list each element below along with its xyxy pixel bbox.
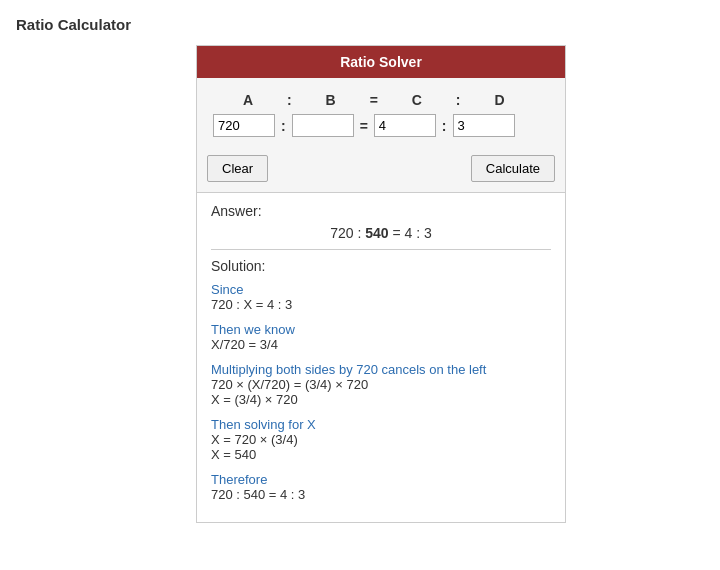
field-sep-colon-1: :: [281, 118, 286, 134]
clear-button[interactable]: Clear: [207, 155, 268, 182]
answer-section: Answer: 720 : 540 = 4 : 3 Solution: Sinc…: [197, 192, 565, 522]
input-d[interactable]: [453, 114, 515, 137]
sol-b4-dark-1: X = 720 × (3/4): [211, 432, 551, 447]
solution-block-2: Then we know X/720 = 3/4: [211, 322, 551, 352]
field-sep-equals: =: [360, 118, 368, 134]
solution-label: Solution:: [211, 258, 551, 274]
labels-row: A : B = C : D: [213, 92, 549, 108]
sep-equals: =: [370, 92, 378, 108]
sol-b2-blue: Then we know: [211, 322, 551, 337]
label-c: C: [386, 92, 448, 108]
answer-eq-part2: = 4 : 3: [389, 225, 432, 241]
label-b: B: [300, 92, 362, 108]
input-c[interactable]: [374, 114, 436, 137]
input-b[interactable]: [292, 114, 354, 137]
sol-b4-blue: Then solving for X: [211, 417, 551, 432]
solution-block-4: Then solving for X X = 720 × (3/4) X = 5…: [211, 417, 551, 462]
sol-b4-dark-2: X = 540: [211, 447, 551, 462]
sol-b3-dark-2: X = (3/4) × 720: [211, 392, 551, 407]
field-sep-colon-2: :: [442, 118, 447, 134]
answer-equation: 720 : 540 = 4 : 3: [211, 225, 551, 241]
label-d: D: [469, 92, 531, 108]
answer-eq-bold: 540: [365, 225, 388, 241]
sol-b2-dark: X/720 = 3/4: [211, 337, 551, 352]
solution-block-1: Since 720 : X = 4 : 3: [211, 282, 551, 312]
inputs-section: A : B = C : D : = :: [197, 78, 565, 147]
page-title: Ratio Calculator: [16, 16, 704, 33]
sol-b1-dark: 720 : X = 4 : 3: [211, 297, 551, 312]
solution-block-5: Therefore 720 : 540 = 4 : 3: [211, 472, 551, 502]
sol-b3-blue: Multiplying both sides by 720 cancels on…: [211, 362, 551, 377]
answer-eq-part1: 720 :: [330, 225, 365, 241]
input-a[interactable]: [213, 114, 275, 137]
sol-b5-dark: 720 : 540 = 4 : 3: [211, 487, 551, 502]
sep-colon-2: :: [456, 92, 461, 108]
sol-b1-blue: Since: [211, 282, 551, 297]
solution-block-3: Multiplying both sides by 720 cancels on…: [211, 362, 551, 407]
sol-b5-blue: Therefore: [211, 472, 551, 487]
fields-row: : = :: [213, 114, 549, 137]
calc-header: Ratio Solver: [197, 46, 565, 78]
answer-label: Answer:: [211, 203, 551, 219]
sol-b3-dark-1: 720 × (X/720) = (3/4) × 720: [211, 377, 551, 392]
sep-colon-1: :: [287, 92, 292, 108]
label-a: A: [217, 92, 279, 108]
calculate-button[interactable]: Calculate: [471, 155, 555, 182]
calculator-container: Ratio Solver A : B = C : D : = : Clear C…: [196, 45, 566, 523]
answer-divider: [211, 249, 551, 250]
buttons-row: Clear Calculate: [197, 147, 565, 192]
